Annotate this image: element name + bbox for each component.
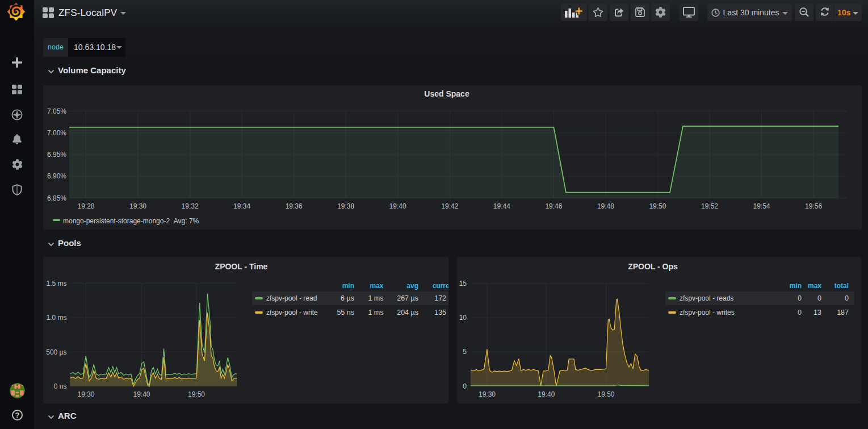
svg-text:19:44: 19:44	[493, 202, 510, 210]
svg-text:6.90%: 6.90%	[47, 172, 66, 180]
svg-text:19:42: 19:42	[441, 202, 458, 210]
svg-text:19:34: 19:34	[233, 202, 250, 210]
svg-text:500 µs: 500 µs	[46, 348, 66, 356]
svg-text:1.0 ms: 1.0 ms	[46, 314, 66, 322]
svg-text:10: 10	[459, 314, 467, 322]
svg-text:19:56: 19:56	[805, 202, 822, 210]
svg-text:19:40: 19:40	[389, 202, 406, 210]
svg-text:mongo-persistent-storage-mongo: mongo-persistent-storage-mongo-2 Avg: 7%	[63, 217, 199, 225]
svg-text:19:36: 19:36	[286, 202, 303, 210]
svg-text:19:46: 19:46	[545, 202, 562, 210]
svg-text:5: 5	[463, 348, 467, 356]
svg-text:19:38: 19:38	[337, 202, 354, 210]
svg-text:0: 0	[463, 382, 467, 390]
svg-text:19:30: 19:30	[479, 390, 496, 398]
svg-text:1.5 ms: 1.5 ms	[46, 280, 66, 288]
svg-text:19:40: 19:40	[538, 390, 555, 398]
svg-text:19:50: 19:50	[188, 390, 205, 398]
svg-text:19:40: 19:40	[133, 390, 150, 398]
svg-text:6.85%: 6.85%	[47, 194, 66, 202]
svg-text:19:54: 19:54	[753, 202, 770, 210]
svg-text:15: 15	[459, 280, 467, 288]
svg-text:6.95%: 6.95%	[47, 151, 66, 159]
svg-text:19:28: 19:28	[77, 202, 94, 210]
svg-text:0 ns: 0 ns	[54, 382, 67, 390]
svg-text:19:50: 19:50	[649, 202, 666, 210]
svg-text:19:32: 19:32	[182, 202, 199, 210]
svg-text:19:48: 19:48	[597, 202, 614, 210]
svg-text:19:30: 19:30	[77, 390, 94, 398]
svg-text:19:52: 19:52	[701, 202, 718, 210]
svg-text:7.05%: 7.05%	[47, 107, 66, 115]
svg-text:19:50: 19:50	[597, 390, 614, 398]
svg-text:19:30: 19:30	[129, 202, 146, 210]
svg-text:7.00%: 7.00%	[47, 129, 66, 137]
